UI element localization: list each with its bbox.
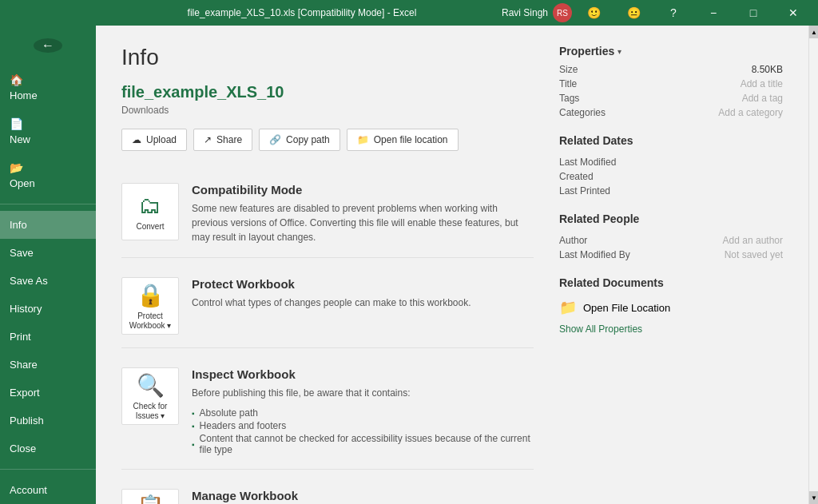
close-button[interactable]: ✕ bbox=[775, 0, 812, 26]
content-area: Info file_example_XLS_10 Downloads ☁ Upl… bbox=[96, 26, 808, 504]
author-label: Author bbox=[559, 235, 623, 246]
properties-section: Properties ▾ Size 8.50KB Title Add a tit… bbox=[559, 45, 783, 118]
back-button[interactable]: ← bbox=[34, 38, 62, 53]
inspect-list: Absolute path Headers and footers Conten… bbox=[192, 407, 534, 456]
sidebar-item-publish[interactable]: Publish bbox=[0, 407, 96, 435]
user-info: Ravi Singh RS bbox=[502, 3, 572, 22]
upload-icon: ☁ bbox=[132, 134, 141, 145]
titlebar-controls: Ravi Singh RS 🙂 😐 ? − □ ✕ bbox=[502, 0, 812, 26]
page-title: Info bbox=[121, 45, 534, 70]
inspect-title: Inspect Workbook bbox=[192, 367, 534, 381]
sidebar-item-export-label: Export bbox=[10, 387, 40, 399]
title-label: Title bbox=[559, 78, 623, 89]
sidebar-item-new-label: New bbox=[10, 133, 30, 145]
prop-row-last-modified-by: Last Modified By Not saved yet bbox=[559, 249, 783, 260]
file-path: Downloads bbox=[121, 105, 534, 116]
related-people-title: Related People bbox=[559, 212, 783, 228]
sidebar-item-new[interactable]: 📄 New bbox=[0, 109, 96, 153]
manage-section: 📋 ManageWorkbook ▾ Manage Workbook There… bbox=[121, 476, 534, 504]
list-item: Headers and footers bbox=[192, 419, 534, 432]
open-file-location-text: Open File Location bbox=[583, 302, 670, 314]
created-date: Created bbox=[559, 171, 783, 182]
sidebar-item-saveas-label: Save As bbox=[10, 275, 48, 287]
scroll-down[interactable]: ▼ bbox=[809, 491, 818, 504]
titlebar: file_example_XLS_10.xls [Compatibility M… bbox=[0, 0, 818, 26]
sidebar-item-publish-label: Publish bbox=[10, 415, 44, 427]
minimize-button[interactable]: − bbox=[695, 0, 732, 26]
author-value[interactable]: Add an author bbox=[623, 235, 783, 246]
copy-path-button[interactable]: 🔗 Copy path bbox=[259, 129, 340, 151]
protect-title: Protect Workbook bbox=[192, 277, 534, 291]
sidebar-item-open[interactable]: 📂 Open bbox=[0, 153, 96, 197]
sidebar-item-save[interactable]: Save bbox=[0, 239, 96, 267]
manage-workbook-button[interactable]: 📋 ManageWorkbook ▾ bbox=[121, 489, 179, 504]
emoji-smiley[interactable]: 🙂 bbox=[575, 0, 612, 26]
folder-icon: 📁 bbox=[559, 299, 577, 316]
sidebar-item-home[interactable]: 🏠 Home bbox=[0, 65, 96, 109]
sidebar-item-history[interactable]: History bbox=[0, 295, 96, 323]
check-issues-label: Check forIssues ▾ bbox=[133, 402, 168, 421]
sidebar-item-account[interactable]: Account bbox=[0, 476, 96, 504]
related-docs-title: Related Documents bbox=[559, 276, 783, 292]
protect-content: Protect Workbook Control what types of c… bbox=[192, 277, 534, 310]
scroll-up[interactable]: ▲ bbox=[809, 26, 818, 38]
help-button[interactable]: ? bbox=[655, 0, 692, 26]
sidebar-divider-2 bbox=[0, 469, 96, 470]
open-icon: 📂 bbox=[10, 161, 23, 174]
sidebar-item-info[interactable]: Info bbox=[0, 211, 96, 239]
tags-value[interactable]: Add a tag bbox=[623, 93, 783, 104]
convert-button[interactable]: 🗂 Convert bbox=[121, 183, 179, 240]
sidebar-item-close-label: Close bbox=[10, 442, 36, 454]
share-button[interactable]: ↗ Share bbox=[193, 129, 252, 151]
file-name: file_example_XLS_10 bbox=[121, 83, 534, 101]
user-name: Ravi Singh bbox=[502, 7, 548, 18]
categories-value[interactable]: Add a category bbox=[623, 107, 783, 118]
window-title: file_example_XLS_10.xls [Compatibility M… bbox=[102, 7, 502, 18]
sidebar-divider-1 bbox=[0, 204, 96, 204]
sidebar-item-info-label: Info bbox=[10, 219, 27, 231]
sidebar-item-share-label: Share bbox=[10, 359, 38, 371]
list-item: Absolute path bbox=[192, 407, 534, 419]
sidebar-item-export[interactable]: Export bbox=[0, 379, 96, 407]
sidebar-item-close[interactable]: Close bbox=[0, 435, 96, 462]
upload-button[interactable]: ☁ Upload bbox=[121, 129, 187, 151]
sidebar-item-share[interactable]: Share bbox=[0, 351, 96, 379]
home-icon: 🏠 bbox=[10, 73, 23, 86]
inspect-section: 🔍 Check forIssues ▾ Inspect Workbook Bef… bbox=[121, 355, 534, 470]
last-printed-date: Last Printed bbox=[559, 185, 783, 196]
protect-section: 🔒 ProtectWorkbook ▾ Protect Workbook Con… bbox=[121, 264, 534, 348]
open-file-location-link[interactable]: 📁 Open File Location bbox=[559, 299, 783, 316]
properties-chevron[interactable]: ▾ bbox=[617, 47, 621, 56]
avatar: RS bbox=[553, 3, 572, 22]
folder-open-icon: 📁 bbox=[357, 134, 369, 145]
info-left-panel: Info file_example_XLS_10 Downloads ☁ Upl… bbox=[121, 45, 534, 504]
sidebar-bottom: Account bbox=[0, 462, 96, 504]
new-icon: 📄 bbox=[10, 117, 23, 130]
sidebar-item-print-label: Print bbox=[10, 331, 31, 343]
show-all-properties-link[interactable]: Show All Properties bbox=[559, 323, 642, 335]
excel-icon: 🗂 bbox=[139, 192, 161, 219]
convert-label: Convert bbox=[136, 222, 164, 232]
info-right-panel: Properties ▾ Size 8.50KB Title Add a tit… bbox=[559, 45, 783, 504]
emoji-neutral[interactable]: 😐 bbox=[615, 0, 652, 26]
protect-workbook-button[interactable]: 🔒 ProtectWorkbook ▾ bbox=[121, 277, 179, 335]
open-file-location-button[interactable]: 📁 Open file location bbox=[347, 129, 459, 151]
share-icon: ↗ bbox=[204, 134, 212, 145]
properties-title: Properties bbox=[559, 45, 614, 58]
sidebar-item-open-label: Open bbox=[10, 177, 35, 189]
maximize-button[interactable]: □ bbox=[735, 0, 772, 26]
compatibility-desc: Some new features are disabled to preven… bbox=[192, 201, 534, 244]
check-issues-button[interactable]: 🔍 Check forIssues ▾ bbox=[121, 367, 179, 425]
compatibility-content: Compatibility Mode Some new features are… bbox=[192, 183, 534, 244]
list-item: Content that cannot be checked for acces… bbox=[192, 432, 534, 456]
size-label: Size bbox=[559, 64, 623, 75]
last-modified-date: Last Modified bbox=[559, 157, 783, 168]
sidebar-item-saveas[interactable]: Save As bbox=[0, 267, 96, 295]
info-toolbar: ☁ Upload ↗ Share 🔗 Copy path 📁 Open file… bbox=[121, 129, 534, 151]
scrollbar[interactable]: ▲ ▼ bbox=[808, 26, 818, 504]
sidebar-item-print[interactable]: Print bbox=[0, 323, 96, 351]
related-people-section: Related People Author Add an author Last… bbox=[559, 212, 783, 260]
title-value[interactable]: Add a title bbox=[623, 78, 783, 89]
lock-icon: 🔒 bbox=[137, 282, 165, 308]
copy-icon: 🔗 bbox=[269, 134, 281, 145]
